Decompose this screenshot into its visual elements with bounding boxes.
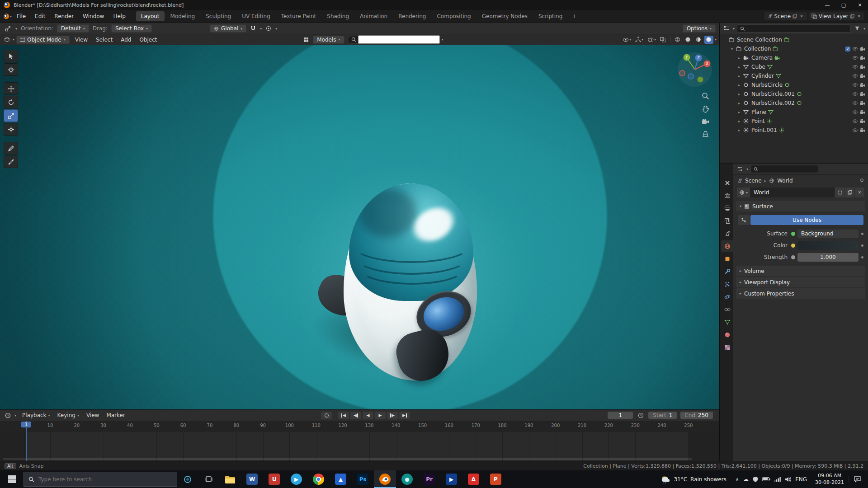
battery-icon[interactable] [762, 477, 770, 482]
panel-volume[interactable]: ▸Volume [736, 266, 865, 276]
breadcrumb-scene[interactable]: Scene [745, 178, 762, 184]
hide-eye-icon[interactable] [852, 119, 858, 124]
disclosure-closed-icon[interactable]: ▸ [737, 101, 741, 105]
hide-eye-icon[interactable] [852, 92, 858, 97]
hide-eye-icon[interactable] [852, 101, 858, 106]
snap-magnet-icon[interactable] [249, 24, 257, 33]
disclosure-open-icon[interactable]: ▾ [730, 47, 734, 51]
jump-to-end-button[interactable]: ▶ [399, 412, 410, 419]
outliner-editor-caret-icon[interactable]: ▾ [733, 27, 735, 31]
record-button[interactable] [321, 412, 332, 419]
properties-tab-physics[interactable] [721, 291, 733, 303]
add-workspace-button[interactable]: + [568, 11, 580, 21]
shading-options-caret-icon[interactable]: ▾ [715, 38, 717, 42]
timeline-editor-icon[interactable] [4, 411, 12, 419]
hide-eye-icon[interactable] [852, 74, 858, 79]
disclosure-closed-icon[interactable]: ▸ [737, 128, 741, 132]
task-view-button[interactable] [198, 470, 219, 488]
disable-render-icon[interactable] [860, 100, 865, 106]
playhead-frame-badge[interactable]: 1 [21, 422, 31, 427]
disable-render-icon[interactable] [860, 55, 865, 61]
properties-search-input[interactable] [760, 166, 815, 172]
editor-type-caret-icon[interactable]: ▾ [13, 38, 14, 42]
disable-render-icon[interactable] [860, 64, 865, 70]
gizmos-dropdown[interactable]: ▾ [634, 36, 645, 43]
shading-solid-button[interactable] [684, 36, 693, 44]
outliner-row-point[interactable]: ▸Point [720, 117, 868, 126]
xray-toggle[interactable] [659, 36, 667, 43]
taskbar-app-chrome[interactable] [307, 470, 330, 488]
disclosure-closed-icon[interactable]: ▸ [737, 74, 741, 78]
frame-start-field[interactable]: Start1 [648, 412, 677, 419]
3d-viewport[interactable]: Y Z X [0, 45, 719, 409]
world-name-field[interactable]: World [750, 188, 835, 197]
properties-search-field[interactable] [750, 165, 818, 173]
asset-search-caret-icon[interactable]: ▾ [442, 38, 443, 42]
disable-render-icon[interactable] [860, 82, 865, 88]
disable-render-icon[interactable] [860, 91, 865, 97]
tool-scale-button[interactable] [4, 109, 18, 122]
options-dropdown[interactable]: Options▾ [683, 24, 716, 33]
properties-tab-world[interactable] [721, 240, 733, 252]
disable-render-icon[interactable] [860, 127, 865, 133]
animate-dot-icon[interactable] [861, 233, 863, 235]
properties-tab-render[interactable] [721, 190, 733, 202]
taskbar-app-file-explorer[interactable] [219, 470, 241, 488]
maximize-button[interactable]: ▢ [835, 0, 852, 10]
outliner-search-input[interactable] [747, 25, 848, 32]
taskbar-app-teal-app[interactable]: ● [396, 470, 418, 488]
duplicate-data-icon[interactable] [844, 188, 854, 197]
shading-material-button[interactable] [694, 36, 703, 44]
pan-hand-icon[interactable] [702, 105, 709, 113]
menu-file[interactable]: File [13, 12, 30, 21]
properties-tab-material[interactable] [721, 329, 733, 341]
properties-tab-object-data[interactable] [721, 316, 733, 328]
properties-tab-output[interactable] [721, 202, 733, 214]
security-shield-icon[interactable] [753, 476, 758, 482]
tool-annotate-button[interactable] [4, 142, 18, 155]
unlink-scene-icon[interactable]: ✕ [799, 14, 804, 19]
cortana-button[interactable] [177, 470, 198, 488]
scene-selector[interactable]: Scene ✕ [764, 12, 807, 20]
outliner-options-caret-icon[interactable]: ▾ [863, 27, 865, 31]
hide-eye-icon[interactable] [852, 83, 858, 88]
tool-move-button[interactable] [4, 82, 18, 95]
taskbar-search-input[interactable] [38, 476, 172, 483]
editor-type-icon[interactable] [3, 36, 11, 44]
taskbar-app-media-player[interactable]: ▶ [440, 470, 462, 488]
active-tool-icon[interactable] [4, 24, 12, 33]
tool-measure-button[interactable] [4, 155, 18, 168]
use-nodes-button[interactable]: Use Nodes [750, 215, 863, 225]
workspace-tab-layout[interactable]: Layout [136, 11, 165, 21]
outliner-row-collection[interactable]: ▾Collection✓ [720, 44, 868, 53]
viewport-menu-select[interactable]: Select [92, 36, 116, 44]
unlink-world-icon[interactable]: ✕ [854, 188, 864, 197]
timeline-editor-caret-icon[interactable]: ▾ [14, 413, 16, 418]
outliner-row-plane[interactable]: ▸Plane [720, 108, 868, 117]
tool-rotate-button[interactable] [4, 96, 18, 108]
taskbar-app-photos[interactable]: ▲ [330, 470, 352, 488]
taskbar-app-telegram[interactable]: ▶ [285, 470, 307, 488]
properties-tab-particles[interactable] [721, 278, 733, 290]
volume-icon[interactable] [785, 477, 791, 482]
overlays-dropdown[interactable]: ▾ [646, 36, 657, 43]
zoom-icon[interactable] [702, 92, 709, 100]
asset-library-icon[interactable] [302, 36, 310, 44]
outliner-row-nurbscircle-002[interactable]: ▸NurbsCircle.002 [720, 99, 868, 108]
disclosure-closed-icon[interactable]: ▸ [737, 92, 741, 96]
color-swatch[interactable] [797, 241, 859, 250]
workspace-tab-rendering[interactable]: Rendering [393, 11, 431, 21]
outliner-row-scene-collection[interactable]: Scene Collection [720, 35, 868, 44]
hide-eye-icon[interactable] [852, 110, 858, 115]
timeline-menu-marker[interactable]: Marker [103, 411, 128, 419]
tray-expand-icon[interactable]: ∧ [736, 477, 739, 482]
disclosure-closed-icon[interactable]: ▸ [737, 110, 741, 114]
transform-orientation-dropdown[interactable]: Global▾ [210, 24, 246, 33]
menu-render[interactable]: Render [50, 12, 78, 21]
frame-end-field[interactable]: End250 [680, 412, 713, 419]
properties-tab-constraints[interactable] [721, 304, 733, 315]
current-frame-field[interactable]: 1 [608, 412, 633, 419]
camera-view-icon[interactable] [702, 118, 709, 125]
tool-cursor-button[interactable] [4, 63, 18, 76]
timeline-menu-playback[interactable]: Playback▾ [19, 411, 53, 419]
